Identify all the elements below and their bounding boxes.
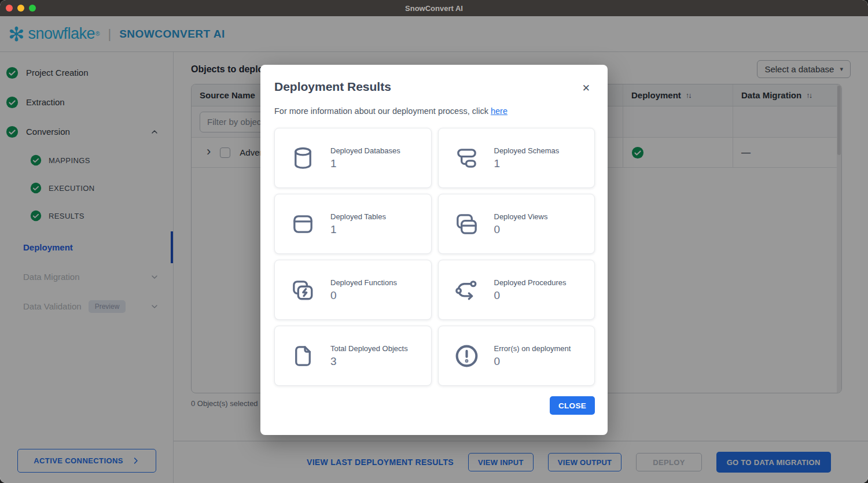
card-label: Deployed Procedures: [494, 278, 567, 287]
window-title: SnowConvert AI: [405, 4, 463, 13]
card-value: 0: [494, 355, 571, 368]
app-window: SnowConvert AI ✻ snowflake ® | SNOWCONVE…: [0, 0, 868, 483]
card-value: 1: [330, 223, 386, 236]
zoom-window-button[interactable]: [29, 5, 36, 12]
card-label: Deployed Tables: [330, 212, 386, 221]
deployed-functions-card: Deployed Functions 0: [274, 260, 432, 320]
card-label: Deployed Databases: [330, 146, 400, 155]
close-button[interactable]: CLOSE: [550, 396, 595, 415]
functions-icon: [289, 276, 317, 304]
card-label: Error(s) on deployment: [494, 344, 571, 353]
deployed-databases-card: Deployed Databases 1: [274, 128, 432, 188]
tables-icon: [289, 211, 317, 238]
card-value: 3: [330, 355, 408, 368]
close-icon[interactable]: ✕: [582, 82, 590, 94]
procedures-icon: [453, 276, 480, 304]
deployment-results-modal: Deployment Results ✕ For more informatio…: [260, 65, 608, 435]
modal-subtitle-text: For more information about our deploymen…: [274, 106, 491, 116]
document-icon: [289, 342, 317, 370]
deployed-procedures-card: Deployed Procedures 0: [438, 260, 595, 320]
views-icon: [453, 211, 480, 238]
close-window-button[interactable]: [6, 5, 13, 12]
card-value: 1: [494, 157, 560, 170]
error-icon: [453, 342, 480, 370]
deployed-schemas-card: Deployed Schemas 1: [438, 128, 595, 188]
modal-subtitle: For more information about our deploymen…: [274, 106, 595, 116]
card-value: 0: [494, 223, 548, 236]
card-value: 0: [494, 289, 567, 302]
traffic-lights: [6, 0, 36, 16]
schemas-icon: [453, 145, 480, 172]
total-deployed-objects-card: Total Deployed Objects 3: [274, 326, 432, 386]
card-label: Total Deployed Objects: [330, 344, 408, 353]
deployment-docs-link[interactable]: here: [491, 106, 507, 116]
deployed-tables-card: Deployed Tables 1: [274, 194, 432, 254]
modal-title: Deployment Results: [274, 80, 391, 94]
card-label: Deployed Schemas: [494, 146, 560, 155]
card-label: Deployed Functions: [330, 278, 397, 287]
database-icon: [289, 145, 317, 172]
minimize-window-button[interactable]: [17, 5, 24, 12]
card-value: 0: [330, 289, 397, 302]
deployment-result-cards: Deployed Databases 1 Deployed Schemas 1: [274, 128, 595, 386]
errors-on-deployment-card: Error(s) on deployment 0: [438, 326, 595, 386]
card-value: 1: [330, 157, 400, 170]
card-label: Deployed Views: [494, 212, 548, 221]
titlebar: SnowConvert AI: [0, 0, 868, 16]
deployed-views-card: Deployed Views 0: [438, 194, 595, 254]
